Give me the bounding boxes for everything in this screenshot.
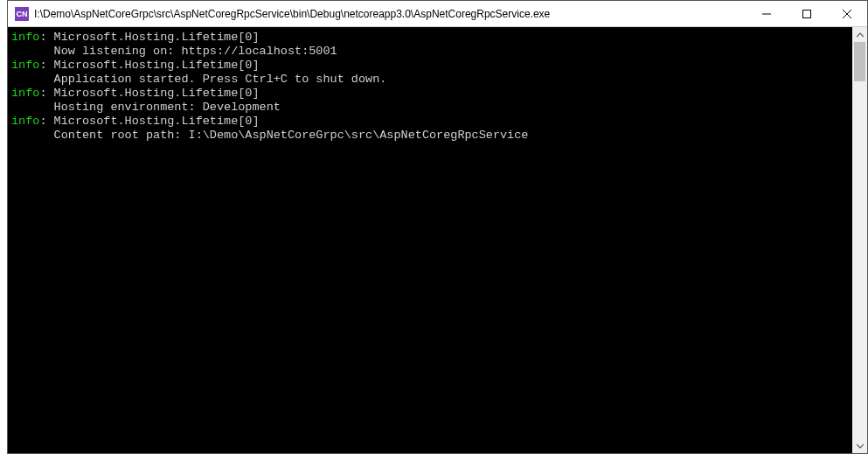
- log-category: :: [39, 115, 53, 128]
- minimize-button[interactable]: [746, 1, 787, 26]
- console-output[interactable]: info: Microsoft.Hosting.Lifetime[0] Now …: [8, 27, 852, 453]
- log-message: [11, 129, 54, 142]
- log-category-text: Microsoft.Hosting.Lifetime[0]: [54, 87, 260, 100]
- log-message-text: Hosting environment: Development: [54, 101, 281, 114]
- log-level: info: [11, 115, 39, 128]
- log-message-text: Application started. Press Ctrl+C to shu…: [54, 73, 387, 86]
- log-level: info: [11, 87, 39, 100]
- log-category: :: [39, 87, 53, 100]
- log-message: [11, 45, 54, 58]
- chevron-down-icon: [857, 443, 864, 450]
- log-message-text: Now listening on: https://localhost:5001: [54, 45, 337, 58]
- window-controls: [746, 1, 867, 26]
- log-message: [11, 101, 54, 114]
- maximize-icon: [802, 10, 811, 18]
- scrollbar-thumb[interactable]: [854, 42, 865, 81]
- console-area: info: Microsoft.Hosting.Lifetime[0] Now …: [8, 27, 867, 453]
- svg-rect-1: [803, 10, 811, 17]
- log-message-text: Content root path: I:\Demo\AspNetCoreGrp…: [54, 129, 529, 142]
- scrollbar-track[interactable]: [852, 42, 867, 438]
- console-window: CN I:\Demo\AspNetCoreGrpc\src\AspNetCore…: [7, 0, 868, 454]
- app-icon: CN: [15, 7, 29, 21]
- log-category-text: Microsoft.Hosting.Lifetime[0]: [54, 31, 260, 44]
- log-category: :: [39, 59, 53, 72]
- log-category: :: [39, 31, 53, 44]
- log-category-text: Microsoft.Hosting.Lifetime[0]: [54, 115, 260, 128]
- log-level: info: [11, 31, 39, 44]
- chevron-up-icon: [857, 31, 864, 38]
- vertical-scrollbar[interactable]: [852, 27, 867, 453]
- close-icon: [843, 10, 851, 18]
- scroll-up-button[interactable]: [852, 27, 867, 42]
- minimize-icon: [762, 10, 771, 18]
- scroll-down-button[interactable]: [852, 438, 867, 453]
- close-button[interactable]: [827, 1, 867, 26]
- log-level: info: [11, 59, 39, 72]
- log-category-text: Microsoft.Hosting.Lifetime[0]: [54, 59, 260, 72]
- log-message: [11, 73, 54, 86]
- maximize-button[interactable]: [787, 1, 827, 26]
- window-title: I:\Demo\AspNetCoreGrpc\src\AspNetCoregRp…: [34, 8, 746, 20]
- titlebar[interactable]: CN I:\Demo\AspNetCoreGrpc\src\AspNetCore…: [8, 1, 867, 27]
